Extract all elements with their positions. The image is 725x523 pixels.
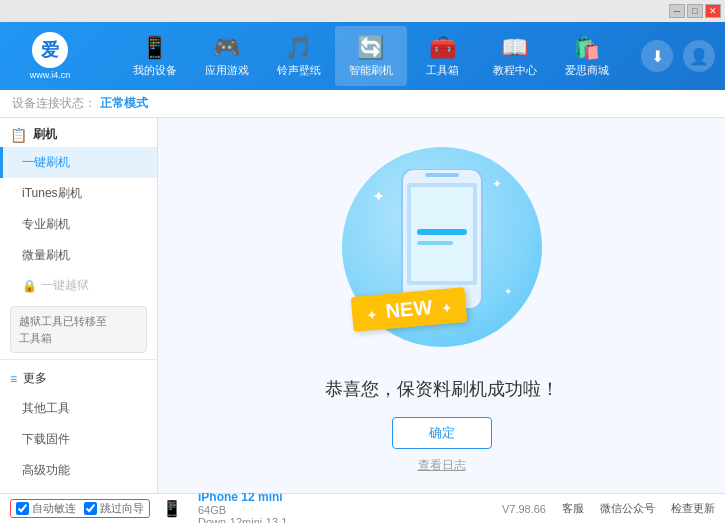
logo: 爱 www.i4.cn [10, 32, 90, 80]
store-label: 爱思商城 [565, 63, 609, 78]
sidebar-item-other-tools[interactable]: 其他工具 [0, 393, 157, 424]
content-area: ✦ ✦ ✦ NEW 恭喜您，保资料刷机成功啦！ 确定 查看日志 [158, 118, 725, 493]
svg-rect-2 [425, 173, 459, 177]
tutorial-label: 教程中心 [493, 63, 537, 78]
minimize-btn[interactable]: ─ [669, 4, 685, 18]
nav-item-ringtone[interactable]: 🎵 铃声壁纸 [263, 26, 335, 86]
ringtone-label: 铃声壁纸 [277, 63, 321, 78]
tutorial-icon: 📖 [501, 35, 528, 61]
success-message: 恭喜您，保资料刷机成功啦！ [325, 377, 559, 401]
header: 爱 www.i4.cn 📱 我的设备 🎮 应用游戏 🎵 铃声壁纸 🔄 智能刷机 … [0, 22, 725, 90]
logo-text: www.i4.cn [30, 70, 71, 80]
sidebar-item-pro-flash[interactable]: 专业刷机 [0, 209, 157, 240]
title-bar: ─ □ ✕ [0, 0, 725, 22]
bottom-left: 自动敏连 跳过向导 📱 iPhone 12 mini 64GB Down-12m… [10, 490, 492, 524]
device-info: iPhone 12 mini 64GB Down-12mini-13,1 [198, 490, 287, 524]
flash-section-icon: 📋 [10, 127, 27, 143]
toolbox-icon: 🧰 [429, 35, 456, 61]
restore-btn[interactable]: □ [687, 4, 703, 18]
nav-bar: 📱 我的设备 🎮 应用游戏 🎵 铃声壁纸 🔄 智能刷机 🧰 工具箱 📖 教程中心… [100, 26, 641, 86]
smart-flash-label: 智能刷机 [349, 63, 393, 78]
auto-connect-checkbox[interactable]: 自动敏连 [16, 501, 76, 516]
toolbox-label: 工具箱 [426, 63, 459, 78]
sidebar-item-save-flash[interactable]: 微量刷机 [0, 240, 157, 271]
wechat-link[interactable]: 微信公众号 [600, 501, 655, 516]
view-log-link[interactable]: 查看日志 [418, 457, 466, 474]
more-icon: ≡ [10, 372, 17, 386]
device-icon: 📱 [162, 499, 182, 518]
sidebar-item-advanced[interactable]: 高级功能 [0, 455, 157, 486]
my-device-icon: 📱 [141, 35, 168, 61]
skip-wizard-input[interactable] [84, 502, 97, 515]
sidebar-locked-jailbreak: 🔒 一键越狱 [0, 271, 157, 300]
checkbox-group: 自动敏连 跳过向导 [10, 499, 150, 518]
sidebar-info-box: 越狱工具已转移至工具箱 [10, 306, 147, 353]
skip-wizard-checkbox[interactable]: 跳过向导 [84, 501, 144, 516]
nav-item-smart-flash[interactable]: 🔄 智能刷机 [335, 26, 407, 86]
sidebar-section-more: ≡ 更多 [0, 364, 157, 393]
sidebar-divider [0, 359, 157, 360]
sparkle-br: ✦ [504, 286, 512, 297]
app-game-label: 应用游戏 [205, 63, 249, 78]
logo-icon: 爱 [32, 32, 68, 68]
smart-flash-icon: 🔄 [357, 35, 384, 61]
sparkle-tr: ✦ [492, 177, 502, 191]
svg-rect-6 [417, 241, 453, 245]
sparkle-tl: ✦ [372, 187, 385, 206]
my-device-label: 我的设备 [133, 63, 177, 78]
close-btn[interactable]: ✕ [705, 4, 721, 18]
auto-connect-input[interactable] [16, 502, 29, 515]
download-btn[interactable]: ⬇ [641, 40, 673, 72]
store-icon: 🛍️ [573, 35, 600, 61]
status-label: 设备连接状态： [12, 95, 96, 112]
sidebar-item-one-key-flash[interactable]: 一键刷机 [0, 147, 157, 178]
svg-rect-5 [417, 229, 467, 235]
nav-item-my-device[interactable]: 📱 我的设备 [119, 26, 191, 86]
sidebar-item-download-firmware[interactable]: 下载固件 [0, 424, 157, 455]
sidebar-item-itunes-flash[interactable]: iTunes刷机 [0, 178, 157, 209]
nav-item-toolbox[interactable]: 🧰 工具箱 [407, 26, 479, 86]
flash-section-label: 刷机 [33, 126, 57, 143]
bottom-bar: 自动敏连 跳过向导 📱 iPhone 12 mini 64GB Down-12m… [0, 493, 725, 523]
header-right: ⬇ 👤 [641, 40, 715, 72]
nav-item-store[interactable]: 🛍️ 爱思商城 [551, 26, 623, 86]
service-link[interactable]: 客服 [562, 501, 584, 516]
info-box-text: 越狱工具已转移至工具箱 [19, 315, 107, 344]
nav-item-app-game[interactable]: 🎮 应用游戏 [191, 26, 263, 86]
sidebar: 📋 刷机 一键刷机 iTunes刷机 专业刷机 微量刷机 🔒 一键越狱 越狱工具… [0, 118, 158, 493]
device-section: 📱 iPhone 12 mini 64GB Down-12mini-13,1 [162, 490, 287, 524]
status-bar: 设备连接状态： 正常模式 [0, 90, 725, 118]
sidebar-section-flash: 📋 刷机 [0, 118, 157, 147]
app-game-icon: 🎮 [213, 35, 240, 61]
ringtone-icon: 🎵 [285, 35, 312, 61]
confirm-button[interactable]: 确定 [392, 417, 492, 449]
status-value: 正常模式 [100, 95, 148, 112]
main-area: 📋 刷机 一键刷机 iTunes刷机 专业刷机 微量刷机 🔒 一键越狱 越狱工具… [0, 118, 725, 493]
success-illustration: ✦ ✦ ✦ NEW [332, 137, 552, 357]
bottom-right: V7.98.66 客服 微信公众号 检查更新 [502, 501, 715, 516]
nav-item-tutorial[interactable]: 📖 教程中心 [479, 26, 551, 86]
account-btn[interactable]: 👤 [683, 40, 715, 72]
check-update-link[interactable]: 检查更新 [671, 501, 715, 516]
